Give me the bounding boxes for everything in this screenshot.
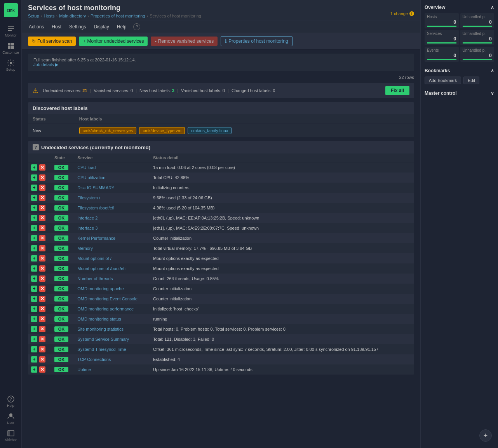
service-name[interactable]: CPU utilization	[74, 173, 150, 183]
job-details-link[interactable]: Job details ▶	[33, 62, 58, 67]
add-service-button[interactable]: +	[31, 366, 37, 373]
table-row: + ✕ OKUptimeUp since Jan 16 2022 15:11:3…	[28, 364, 414, 375]
add-service-button[interactable]: +	[31, 275, 37, 282]
service-name[interactable]: Mount options of /	[74, 253, 150, 263]
del-service-button[interactable]: ✕	[39, 366, 45, 373]
del-service-button[interactable]: ✕	[39, 286, 45, 292]
master-control-label: Master control	[425, 91, 457, 96]
label-tag-3[interactable]: cmk/os_family:linux	[188, 127, 232, 134]
add-service-button[interactable]: +	[31, 356, 37, 363]
del-service-button[interactable]: ✕	[39, 275, 45, 282]
breadcrumb-setup[interactable]: Setup	[28, 14, 39, 18]
add-service-button[interactable]: +	[31, 316, 37, 322]
service-name[interactable]: Kernel Performance	[74, 233, 150, 243]
sidebar-item-user[interactable]: User	[3, 411, 19, 426]
del-service-button[interactable]: ✕	[39, 235, 45, 241]
nav-settings[interactable]: Settings	[68, 23, 87, 31]
add-service-button[interactable]: +	[31, 225, 37, 231]
add-service-button[interactable]: +	[31, 205, 37, 211]
change-badge[interactable]: 1 change !	[390, 11, 414, 16]
sidebar-item-monitor[interactable]: Monitor	[3, 23, 19, 39]
nav-help[interactable]: Help	[116, 23, 127, 31]
master-control-title[interactable]: Master control ∨	[425, 91, 494, 96]
service-name[interactable]: TCP Connections	[74, 354, 150, 364]
logo[interactable]: cmk	[4, 3, 18, 17]
overview-title[interactable]: Overview ∧	[425, 5, 494, 10]
label-tag-2[interactable]: cmk/device_type:vm	[139, 127, 185, 134]
remove-vanished-button[interactable]: ▪ Remove vanished services	[151, 37, 218, 46]
sidebar-item-customize[interactable]: Customize	[3, 40, 19, 56]
properties-button[interactable]: ℹ Properties of host monitoring	[221, 36, 292, 46]
service-detail: Up since Jan 16 2022 15:11:36, Uptime: 4…	[150, 364, 414, 375]
del-service-button[interactable]: ✕	[39, 195, 45, 201]
del-service-button[interactable]: ✕	[39, 306, 45, 312]
add-service-button[interactable]: +	[31, 286, 37, 292]
fix-all-button[interactable]: Fix all	[385, 86, 409, 95]
del-service-button[interactable]: ✕	[39, 185, 45, 191]
add-service-button[interactable]: +	[31, 245, 37, 251]
service-name[interactable]: OMD monitoring performance	[74, 304, 150, 314]
sidebar-item-help[interactable]: ? Help	[3, 394, 19, 409]
sidebar-item-setup[interactable]: Setup	[3, 58, 19, 73]
nav-display[interactable]: Display	[93, 23, 110, 31]
breadcrumb-main-dir[interactable]: Main directory	[59, 14, 86, 18]
add-service-button[interactable]: +	[31, 306, 37, 312]
service-name[interactable]: OMD monitoring status	[74, 314, 150, 324]
service-name[interactable]: Systemd Timesyncd Time	[74, 344, 150, 354]
service-name[interactable]: Memory	[74, 243, 150, 253]
add-service-button[interactable]: +	[31, 195, 37, 201]
service-name[interactable]: Number of threads	[74, 274, 150, 284]
service-name[interactable]: OMD monitoring Event Console	[74, 294, 150, 304]
add-service-button[interactable]: +	[31, 164, 37, 171]
service-name[interactable]: CPU load	[74, 162, 150, 173]
del-service-button[interactable]: ✕	[39, 326, 45, 332]
service-name[interactable]: Filesystem /	[74, 193, 150, 203]
nav-help-circle[interactable]: ?	[133, 23, 140, 30]
add-service-button[interactable]: +	[31, 215, 37, 221]
service-name[interactable]: Site monitoring statistics	[74, 324, 150, 334]
del-service-button[interactable]: ✕	[39, 174, 45, 181]
nav-host[interactable]: Host	[51, 23, 62, 31]
service-name[interactable]: Interface 3	[74, 223, 150, 233]
del-service-button[interactable]: ✕	[39, 255, 45, 261]
service-name[interactable]: OMD monitoring apache	[74, 284, 150, 294]
add-bookmark-button[interactable]: Add Bookmark	[425, 77, 461, 84]
bookmarks-title[interactable]: Bookmarks ∧	[425, 68, 494, 73]
add-service-button[interactable]: +	[31, 255, 37, 261]
del-service-button[interactable]: ✕	[39, 356, 45, 363]
del-service-button[interactable]: ✕	[39, 316, 45, 322]
del-service-button[interactable]: ✕	[39, 245, 45, 251]
del-service-button[interactable]: ✕	[39, 164, 45, 171]
full-scan-button[interactable]: ↻ Full service scan	[28, 37, 76, 46]
stat-unhandled-s-label: Unhandled p.	[463, 31, 492, 36]
service-name[interactable]: Interface 2	[74, 213, 150, 223]
service-name[interactable]: Filesystem /boot/efi	[74, 203, 150, 213]
add-service-button[interactable]: +	[31, 336, 37, 342]
del-service-button[interactable]: ✕	[39, 205, 45, 211]
service-name[interactable]: Uptime	[74, 364, 150, 375]
del-service-button[interactable]: ✕	[39, 215, 45, 221]
del-service-button[interactable]: ✕	[39, 336, 45, 342]
service-name[interactable]: Disk IO SUMMARY	[74, 183, 150, 193]
add-service-button[interactable]: +	[31, 185, 37, 191]
add-service-button[interactable]: +	[31, 296, 37, 302]
service-name[interactable]: Mount options of /boot/efi	[74, 263, 150, 274]
del-service-button[interactable]: ✕	[39, 225, 45, 231]
label-tag-1[interactable]: cmk/check_mk_server:yes	[79, 127, 137, 134]
del-service-button[interactable]: ✕	[39, 265, 45, 272]
plus-button[interactable]: +	[479, 429, 492, 442]
breadcrumb-properties[interactable]: Properties of host monitoring	[91, 14, 145, 18]
add-service-button[interactable]: +	[31, 265, 37, 272]
breadcrumb-hosts[interactable]: Hosts	[44, 14, 54, 18]
sidebar-item-sidebar[interactable]: Sidebar	[3, 428, 19, 443]
nav-actions[interactable]: Actions	[28, 23, 45, 31]
add-service-button[interactable]: +	[31, 326, 37, 332]
add-service-button[interactable]: +	[31, 346, 37, 352]
add-service-button[interactable]: +	[31, 174, 37, 181]
edit-bookmark-button[interactable]: Edit	[463, 77, 479, 84]
monitor-undecided-button[interactable]: + Monitor undecided services	[79, 37, 148, 46]
del-service-button[interactable]: ✕	[39, 346, 45, 352]
service-name[interactable]: Systemd Service Summary	[74, 334, 150, 344]
add-service-button[interactable]: +	[31, 235, 37, 241]
del-service-button[interactable]: ✕	[39, 296, 45, 302]
